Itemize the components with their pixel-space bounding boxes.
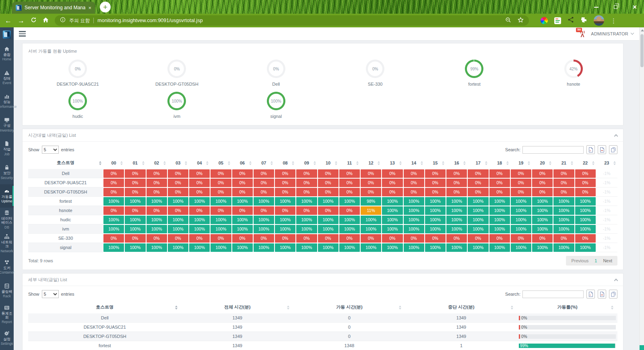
hour-column-header[interactable]: 01 (124, 158, 146, 169)
sidebar-item-report[interactable]: 통계조회Report (0, 303, 14, 326)
address-bar[interactable]: 주의 요함 monitoring.insightvew.com:9091/usg… (55, 15, 529, 26)
window-close-icon[interactable]: × (633, 4, 637, 10)
hourly-body: Dell0%0%0%0%0%0%0%0%0%0%0%0%0%0%0%0%0%0%… (28, 169, 617, 252)
sidebar-item-job[interactable]: 작업Job (0, 137, 14, 161)
sidebar-item-network[interactable]: 네트워크Network (0, 231, 14, 255)
export-excel-button[interactable]: x (586, 145, 595, 154)
sort-icon (270, 161, 273, 165)
window-minimize-icon[interactable] (594, 7, 599, 8)
collapse-chevron-icon[interactable] (614, 134, 618, 138)
color-wheel-extension-icon[interactable] (541, 17, 548, 24)
scrollbar-up-icon[interactable] (641, 29, 644, 31)
browser-tab[interactable]: Server Monitoring and Manage × (12, 2, 95, 14)
url-text[interactable]: monitoring.insightvew.com:9091/usgsvrtot… (97, 18, 502, 23)
alarm-tower-icon[interactable]: 50 (578, 30, 587, 38)
window-restore-icon[interactable] (614, 5, 617, 9)
hour-column-header[interactable]: 19 (510, 158, 532, 169)
hour-column-header[interactable]: 10 (318, 158, 339, 169)
next-page-button[interactable]: Next (603, 258, 612, 263)
uptime-hour-cell: 0% (275, 234, 296, 243)
home-icon[interactable] (43, 17, 49, 24)
sidebar-item-db[interactable]: 데이터베이스DB (0, 208, 14, 231)
uptime-hour-cell: 100% (467, 197, 489, 206)
previous-page-button[interactable]: Previous (571, 258, 588, 263)
hour-column-header[interactable]: 11 (339, 158, 360, 169)
hour-column-header[interactable]: 18 (489, 158, 510, 169)
info-icon[interactable] (60, 17, 66, 24)
sort-icon (206, 161, 208, 165)
zoom-out-icon[interactable] (505, 17, 511, 25)
hour-column-header[interactable]: 16 (446, 158, 467, 169)
hour-column-header[interactable]: 02 (146, 158, 167, 169)
notes-extension-icon[interactable] (554, 17, 561, 24)
refresh-icon[interactable] (31, 17, 37, 24)
export-excel-button[interactable]: x (586, 290, 595, 299)
security-warning-label[interactable]: 주의 요함 (69, 17, 90, 24)
collapse-chevron-icon[interactable] (614, 278, 618, 282)
hour-column-header[interactable]: 09 (296, 158, 317, 169)
hour-column-header[interactable]: 06 (232, 158, 253, 169)
sidebar-item-security[interactable]: 보안Security (0, 161, 14, 184)
menu-toggle-icon[interactable] (19, 31, 26, 36)
hour-column-header[interactable]: 21 (553, 158, 574, 169)
copy-button[interactable] (609, 290, 617, 299)
detail-column-header[interactable]: 호스트명 (28, 302, 182, 313)
sidebar-item-uptime[interactable]: 가동률Uptime (0, 184, 14, 208)
uptime-value: 100% (103, 216, 124, 224)
uptime-bar: 0% (519, 325, 616, 329)
detail-column-header[interactable]: 가동률(%) (517, 302, 617, 313)
forward-icon[interactable]: → (18, 17, 25, 24)
detail-column-header[interactable]: 전체 시간(분) (182, 302, 293, 313)
hour-column-header[interactable]: 15 (425, 158, 446, 169)
tab-close-icon[interactable]: × (88, 5, 91, 10)
sidebar-item-performance[interactable]: 성능Performance (0, 89, 14, 113)
page-scrollbar[interactable] (639, 27, 644, 350)
hour-column-header[interactable]: 05 (210, 158, 231, 169)
detail-column-header[interactable]: 중단 시간(분) (405, 302, 517, 313)
export-doc-button[interactable] (598, 290, 606, 299)
uptime-hour-cell: 100% (253, 215, 275, 224)
hour-column-header[interactable]: 04 (189, 158, 210, 169)
sidebar-item-event[interactable]: 장애Event (0, 66, 14, 89)
host-column-header[interactable]: 호스트명 (28, 158, 103, 169)
hour-column-header[interactable]: 12 (360, 158, 382, 169)
new-tab-button[interactable]: + (100, 2, 111, 12)
sidebar-item-inventory[interactable]: 구성Inventory (0, 113, 14, 137)
hour-column-header[interactable]: 13 (382, 158, 403, 169)
hour-column-header[interactable]: 00 (103, 158, 124, 169)
hour-column-header[interactable]: 20 (532, 158, 553, 169)
back-icon[interactable]: ← (5, 17, 12, 24)
hour-column-header[interactable]: 03 (167, 158, 189, 169)
search-input[interactable] (522, 146, 584, 154)
bookmark-star-icon[interactable] (518, 17, 524, 25)
current-page[interactable]: 1 (594, 258, 597, 263)
browser-menu-icon[interactable]: ⋮ (611, 18, 617, 24)
share-icon[interactable] (568, 16, 574, 25)
uptime-value: 100% (296, 243, 317, 252)
extensions-puzzle-icon[interactable] (580, 16, 587, 25)
hour-column-header[interactable]: 23 (596, 158, 617, 169)
sidebar-item-home[interactable]: 종합Home (0, 42, 14, 66)
gauge-value: 100% (68, 92, 87, 110)
hour-column-header[interactable]: 07 (253, 158, 275, 169)
hour-column-header[interactable]: 17 (467, 158, 489, 169)
detail-column-header[interactable]: 가동 시간(분) (293, 302, 405, 313)
copy-button[interactable] (609, 145, 617, 154)
export-doc-button[interactable] (598, 145, 606, 154)
scrollbar-thumb[interactable] (640, 34, 644, 67)
search-input[interactable] (522, 290, 584, 298)
hour-column-header[interactable]: 08 (275, 158, 296, 169)
uptime-value: 100% (489, 206, 510, 215)
hour-column-header[interactable]: 14 (403, 158, 425, 169)
hour-column-header[interactable]: 22 (575, 158, 596, 169)
user-menu[interactable]: ADMINISTRATOR (591, 31, 634, 36)
uptime-value: 0% (446, 234, 467, 243)
profile-avatar[interactable] (594, 15, 604, 26)
page-size-select[interactable]: 5 (42, 146, 59, 154)
sidebar-item-container[interactable]: 도커Container (0, 255, 14, 279)
app-logo[interactable] (0, 27, 14, 42)
page-size-select[interactable]: 5 (42, 290, 59, 298)
sidebar-item-settings[interactable]: 설정Settings (0, 326, 14, 350)
sidebar-item-rack[interactable]: 쿨링랙Rack (0, 279, 14, 303)
main-content: 서버 가동률 현황 Uptime 0%DESKTOP-9UASC210%DESK… (14, 41, 644, 350)
